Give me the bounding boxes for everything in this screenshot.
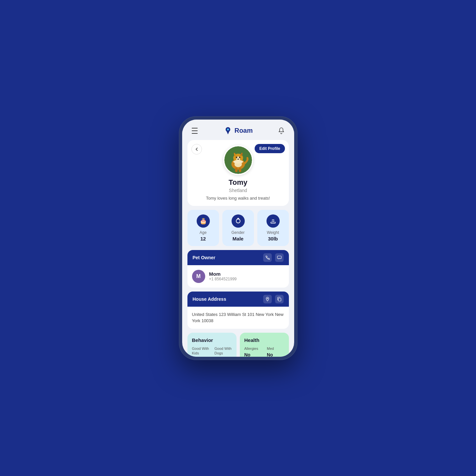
address-actions <box>263 295 284 303</box>
gender-value: Male <box>226 236 251 241</box>
stats-row: 🎂 Age 12 Gender Male <box>187 210 289 246</box>
notifications-button[interactable] <box>275 125 287 137</box>
pet-owner-title: Pet Owner <box>193 255 215 260</box>
scale-icon <box>270 218 276 224</box>
health-med-value: No <box>267 352 284 357</box>
health-allergies-value: No <box>244 352 262 357</box>
stat-weight-card: Weight 30lb <box>257 210 289 246</box>
health-med-label: Med <box>267 346 284 351</box>
owner-avatar: M <box>192 270 205 283</box>
behavior-dogs-col: Good With Dogs Yes <box>214 346 232 357</box>
pet-avatar-image <box>224 146 252 174</box>
weight-value: 30lb <box>261 236 286 241</box>
svg-point-9 <box>239 157 240 157</box>
stat-gender-card: Gender Male <box>222 210 254 246</box>
age-icon: 🎂 <box>197 214 210 228</box>
stat-age-card: 🎂 Age 12 <box>187 210 219 246</box>
pet-breed: Shetland <box>193 188 284 193</box>
location-pin-icon <box>265 297 270 301</box>
svg-rect-17 <box>278 298 281 301</box>
weight-icon <box>266 214 280 228</box>
health-med-col: Med No <box>267 346 284 357</box>
phone-screen: Roam Edit Profile <box>182 120 294 357</box>
phone-frame: Roam Edit Profile <box>179 116 297 360</box>
health-allergies-col: Allergies No <box>244 346 262 357</box>
pet-owner-body: M Mom +1 8564521999 <box>187 265 289 288</box>
health-card: Health Allergies No Med No <box>240 333 289 357</box>
svg-point-10 <box>237 158 239 159</box>
address-card: House Address <box>187 292 289 329</box>
back-arrow-icon <box>195 147 199 151</box>
health-allergies-label: Allergies <box>244 346 262 351</box>
behavior-kids-label: Good With Kids <box>192 346 210 356</box>
profile-card: Edit Profile <box>187 140 289 206</box>
call-button[interactable] <box>263 253 272 262</box>
pet-owner-header: Pet Owner <box>187 250 289 265</box>
behavior-columns: Good With Kids Yes Good With Dogs Yes <box>192 346 232 357</box>
roam-logo-icon <box>223 126 233 135</box>
address-header: House Address <box>187 292 289 307</box>
svg-point-7 <box>239 156 240 158</box>
svg-point-16 <box>267 298 268 299</box>
owner-phone: +1 8564521999 <box>209 277 237 281</box>
pet-avatar <box>223 145 253 175</box>
owner-name: Mom <box>209 271 237 277</box>
pet-owner-actions <box>263 253 284 262</box>
location-button[interactable] <box>263 295 272 303</box>
owner-info: Mom +1 8564521999 <box>209 271 237 281</box>
behavior-card: Behavior Good With Kids Yes Good With Do… <box>187 333 237 357</box>
phone-icon <box>265 255 270 260</box>
message-button[interactable] <box>275 253 284 262</box>
pet-bio: Tomy loves long walks and treats! <box>193 196 284 201</box>
svg-point-6 <box>236 156 238 158</box>
svg-rect-11 <box>235 168 237 172</box>
menu-button[interactable] <box>189 125 201 137</box>
scroll-content: Edit Profile <box>182 140 294 357</box>
copy-icon <box>277 297 282 301</box>
svg-rect-14 <box>271 222 275 223</box>
behavior-kids-col: Good With Kids Yes <box>192 346 210 357</box>
svg-point-13 <box>236 219 240 223</box>
gender-icon <box>232 214 245 228</box>
gender-symbol-icon <box>235 218 241 224</box>
pet-owner-card: Pet Owner <box>187 250 289 288</box>
bottom-cards-row: Behavior Good With Kids Yes Good With Do… <box>187 333 289 357</box>
health-title: Health <box>244 337 284 343</box>
edit-profile-button[interactable]: Edit Profile <box>255 144 285 153</box>
behavior-dogs-label: Good With Dogs <box>214 346 232 356</box>
app-logo: Roam <box>223 126 253 135</box>
weight-label: Weight <box>261 230 286 235</box>
hamburger-line-2 <box>192 130 198 131</box>
copy-address-button[interactable] <box>275 295 284 303</box>
gender-label: Gender <box>226 230 251 235</box>
svg-point-0 <box>227 128 229 130</box>
owner-row: M Mom +1 8564521999 <box>192 270 284 283</box>
pet-name: Tomy <box>193 178 284 187</box>
back-button[interactable] <box>191 144 202 154</box>
app-name: Roam <box>235 127 253 134</box>
bell-icon <box>278 127 285 134</box>
hamburger-line-1 <box>192 128 198 128</box>
age-label: Age <box>191 230 216 235</box>
svg-rect-15 <box>277 256 281 259</box>
behavior-title: Behavior <box>192 337 232 343</box>
svg-point-8 <box>237 157 237 157</box>
address-title: House Address <box>193 296 226 302</box>
top-bar: Roam <box>182 120 294 140</box>
address-text: United States 123 William St 101 New Yor… <box>192 311 284 324</box>
chat-icon <box>277 255 282 260</box>
health-columns: Allergies No Med No <box>244 346 284 357</box>
svg-rect-12 <box>238 168 241 172</box>
address-body: United States 123 William St 101 New Yor… <box>187 307 289 329</box>
hamburger-line-3 <box>192 133 198 134</box>
age-value: 12 <box>191 236 216 241</box>
